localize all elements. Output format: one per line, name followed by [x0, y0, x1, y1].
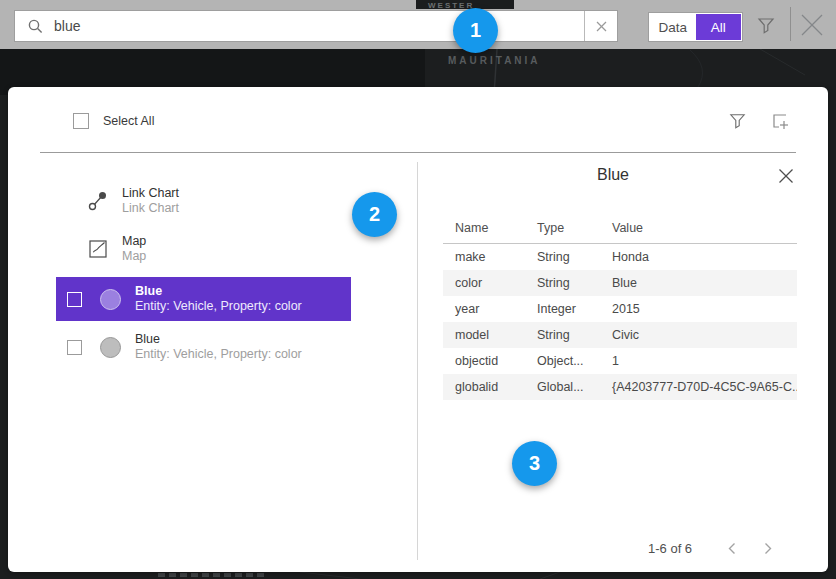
result-subtitle: Map: [122, 249, 146, 264]
cell-value: {A4203777-D70D-4C5C-9A65-C...: [612, 380, 797, 394]
toggle-option-data[interactable]: Data: [650, 14, 696, 40]
cell-type: Integer: [537, 302, 612, 316]
close-search-icon[interactable]: [799, 14, 825, 36]
search-results-panel: Select All Link Chart Link Chart: [8, 87, 828, 572]
annotation-badge-2: 2: [352, 192, 397, 237]
result-title: Map: [122, 234, 146, 249]
cell-name: globalid: [455, 380, 537, 394]
result-item-map[interactable]: Map Map: [56, 227, 351, 271]
result-item-blue-selected[interactable]: Blue Entity: Vehicle, Property: color: [56, 277, 351, 321]
map-clipped-label: [158, 573, 268, 577]
attribute-table: Name Type Value make String Honda color …: [443, 217, 797, 400]
cell-value: Civic: [612, 328, 797, 342]
table-row: color String Blue: [443, 270, 797, 296]
entity-circle-icon: [100, 337, 121, 358]
map-label-western: WESTER: [428, 1, 474, 9]
detail-title: Blue: [428, 166, 798, 184]
select-all-row: Select All: [73, 113, 154, 129]
result-subtitle: Entity: Vehicle, Property: color: [135, 299, 302, 314]
cell-type: String: [537, 250, 612, 264]
list-detail-divider: [417, 162, 418, 560]
result-title: Blue: [135, 284, 302, 299]
chevron-left-icon[interactable]: [726, 541, 738, 556]
cell-type: Global...: [537, 380, 612, 394]
pagination: 1-6 of 6: [608, 539, 808, 557]
cell-type: String: [537, 276, 612, 290]
toggle-option-all[interactable]: All: [696, 14, 742, 40]
search-toolbar: Data All WESTER: [0, 0, 836, 49]
clear-search-button[interactable]: [584, 11, 617, 41]
map-label-mauritania: MAURITANIA: [448, 55, 541, 66]
panel-header-divider: [40, 152, 796, 153]
filter-icon[interactable]: [756, 15, 776, 35]
result-title: Blue: [135, 332, 302, 347]
chevron-right-icon[interactable]: [762, 541, 774, 556]
map-peek-notch: WESTER: [416, 0, 514, 9]
result-checkbox[interactable]: [67, 292, 82, 307]
result-item-link-chart[interactable]: Link Chart Link Chart: [56, 179, 351, 223]
entity-circle-icon: [100, 289, 121, 310]
table-row: objectid Object... 1: [443, 348, 797, 374]
table-row: globalid Global... {A4203777-D70D-4C5C-9…: [443, 374, 797, 400]
toolbar-divider: [790, 7, 791, 41]
detail-close-icon[interactable]: [778, 168, 794, 184]
clear-x-icon: [596, 21, 607, 32]
cell-name: model: [455, 328, 537, 342]
map-icon: [88, 240, 108, 258]
table-row: make String Honda: [443, 244, 797, 270]
select-all-checkbox[interactable]: [73, 113, 89, 129]
annotation-badge-3: 3: [512, 441, 557, 486]
col-header-value: Value: [612, 221, 797, 235]
result-subtitle: Entity: Vehicle, Property: color: [135, 347, 302, 362]
cell-value: Blue: [612, 276, 797, 290]
link-chart-icon: [88, 190, 108, 212]
search-input-wrap: [14, 10, 618, 42]
cell-value: 1: [612, 354, 797, 368]
cell-name: color: [455, 276, 537, 290]
search-icon: [27, 18, 44, 35]
col-header-type: Type: [537, 221, 612, 235]
result-subtitle: Link Chart: [122, 201, 179, 216]
table-row: model String Civic: [443, 322, 797, 348]
cell-value: 2015: [612, 302, 797, 316]
result-item-blue[interactable]: Blue Entity: Vehicle, Property: color: [56, 325, 351, 369]
scope-toggle: Data All: [648, 12, 743, 42]
table-header-row: Name Type Value: [443, 217, 797, 244]
cell-value: Honda: [612, 250, 797, 264]
cell-name: objectid: [455, 354, 537, 368]
annotation-badge-1: 1: [453, 8, 498, 53]
pagination-label: 1-6 of 6: [648, 541, 692, 556]
cell-type: String: [537, 328, 612, 342]
cell-name: year: [455, 302, 537, 316]
select-all-label: Select All: [103, 114, 154, 128]
col-header-name: Name: [455, 221, 537, 235]
add-selection-icon[interactable]: [770, 111, 790, 131]
result-title: Link Chart: [122, 186, 179, 201]
app-screen: MAURITANIA Data All: [0, 0, 836, 579]
result-checkbox[interactable]: [67, 340, 82, 355]
table-row: year Integer 2015: [443, 296, 797, 322]
results-filter-icon[interactable]: [728, 111, 747, 130]
cell-name: make: [455, 250, 537, 264]
cell-type: Object...: [537, 354, 612, 368]
search-input[interactable]: [44, 11, 584, 41]
